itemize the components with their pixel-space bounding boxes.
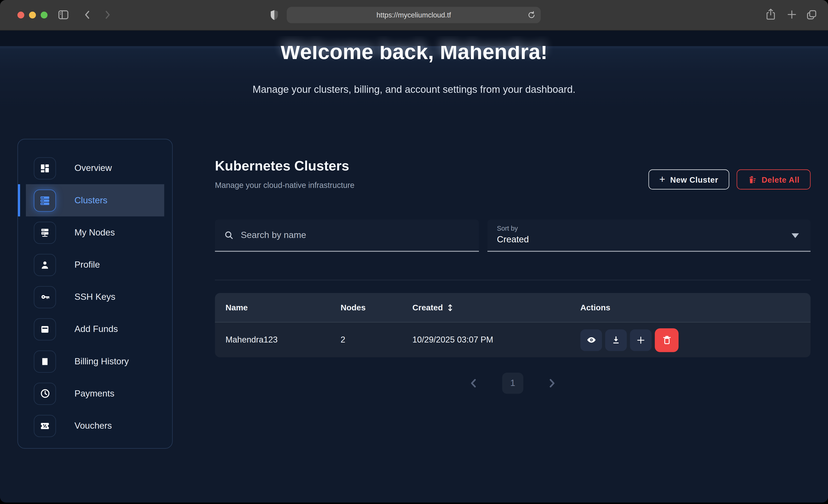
browser-window: https://myceliumcloud.tf <box>0 0 828 503</box>
sort-label: Sort by <box>497 225 811 232</box>
eye-icon <box>586 335 596 345</box>
page-subtitle: Manage your cloud-native infrastructure <box>215 180 355 190</box>
column-header-created[interactable]: Created <box>413 303 580 312</box>
section-divider <box>215 280 811 280</box>
search-input[interactable] <box>240 229 463 241</box>
next-page-button[interactable] <box>546 377 558 390</box>
sidebar-toggle-icon[interactable] <box>57 8 70 21</box>
column-header-actions: Actions <box>580 303 811 312</box>
sidebar-item-label: My Nodes <box>75 227 115 238</box>
table-header-row: Name Nodes Created Actions <box>215 293 811 323</box>
sidebar-item-label: Overview <box>75 163 112 173</box>
sort-value: Created <box>497 234 811 245</box>
url-text: https://myceliumcloud.tf <box>376 11 451 19</box>
download-kubeconfig-button[interactable] <box>605 329 627 351</box>
delete-all-button[interactable]: Delete All <box>737 170 811 190</box>
trash-list-icon <box>748 175 757 184</box>
forward-button[interactable] <box>101 9 113 21</box>
wallet-icon <box>34 318 56 340</box>
clock-icon <box>34 382 56 405</box>
delete-all-label: Delete All <box>761 175 799 184</box>
sidebar-item-label: Billing History <box>75 356 129 367</box>
trash-icon <box>661 335 672 345</box>
ticket-percent-icon <box>34 415 56 437</box>
add-node-button[interactable] <box>630 329 652 351</box>
sidebar-item-label: Payments <box>75 388 115 399</box>
cluster-name-cell: Mahendra123 <box>225 335 341 345</box>
key-icon <box>34 286 56 308</box>
sort-select[interactable]: Sort by Created <box>487 220 811 252</box>
sidebar-item-payments[interactable]: Payments <box>18 377 172 410</box>
sidebar-item-label: Clusters <box>75 195 107 206</box>
active-indicator <box>18 184 20 216</box>
node-server-icon <box>34 221 56 244</box>
new-tab-icon[interactable] <box>786 9 797 20</box>
sidebar-item-label: SSH Keys <box>75 292 115 302</box>
column-header-nodes: Nodes <box>341 303 413 312</box>
welcome-subtitle: Manage your clusters, billing, and accou… <box>0 84 828 95</box>
sidebar-item-my-nodes[interactable]: My Nodes <box>18 216 172 249</box>
person-icon <box>34 254 56 276</box>
clusters-main: Kubernetes Clusters Manage your cloud-na… <box>215 139 811 449</box>
browser-toolbar: https://myceliumcloud.tf <box>0 0 828 31</box>
sidebar-item-vouchers[interactable]: Vouchers <box>18 410 172 442</box>
pagination: 1 <box>215 373 811 394</box>
page-title: Kubernetes Clusters <box>215 158 355 174</box>
search-field[interactable] <box>215 220 479 252</box>
sidebar-item-add-funds[interactable]: Add Funds <box>18 313 172 345</box>
view-cluster-button[interactable] <box>580 329 602 351</box>
receipt-icon <box>34 350 56 373</box>
page-number-button[interactable]: 1 <box>502 373 523 394</box>
row-actions <box>580 328 811 352</box>
search-icon <box>224 230 234 240</box>
sidebar-item-label: Profile <box>75 259 100 270</box>
sidebar-item-overview[interactable]: Overview <box>18 152 172 184</box>
sidebar-item-label: Add Funds <box>75 324 118 334</box>
sidebar-item-billing-history[interactable]: Billing History <box>18 345 172 377</box>
dashboard-grid-icon <box>34 157 56 179</box>
server-stack-icon <box>34 189 56 212</box>
download-icon <box>611 335 621 345</box>
zoom-window-button[interactable] <box>41 12 48 18</box>
privacy-shield-icon[interactable] <box>270 9 279 20</box>
reload-icon[interactable] <box>527 10 536 22</box>
plus-icon <box>636 335 646 345</box>
previous-page-button[interactable] <box>467 377 480 390</box>
sidebar-item-profile[interactable]: Profile <box>18 249 172 281</box>
share-icon[interactable] <box>765 8 776 21</box>
chevron-down-icon <box>791 234 799 238</box>
sort-updown-icon <box>447 303 453 312</box>
sidebar-item-ssh-keys[interactable]: SSH Keys <box>18 281 172 313</box>
hero-section: Welcome back, Mahendra! Welcome back, Ma… <box>0 31 828 95</box>
new-cluster-label: New Cluster <box>670 175 718 184</box>
table-row: Mahendra123 2 10/29/2025 03:07 PM <box>215 323 811 358</box>
dashboard-sidebar: Overview Clusters <box>17 139 173 449</box>
column-header-name: Name <box>225 303 341 312</box>
plus-icon: + <box>659 174 665 185</box>
cluster-nodes-cell: 2 <box>341 335 413 345</box>
new-cluster-button[interactable]: + New Cluster <box>648 170 730 190</box>
sidebar-item-clusters[interactable]: Clusters <box>26 184 164 216</box>
dashboard-page: Welcome back, Mahendra! Welcome back, Ma… <box>0 31 828 502</box>
address-bar[interactable]: https://myceliumcloud.tf <box>287 7 541 23</box>
delete-cluster-button[interactable] <box>655 328 678 352</box>
sidebar-item-label: Vouchers <box>75 420 112 431</box>
clusters-table: Name Nodes Created Actions <box>215 293 811 357</box>
back-button[interactable] <box>82 9 93 21</box>
tab-overview-icon[interactable] <box>806 9 818 21</box>
close-window-button[interactable] <box>17 12 24 18</box>
cluster-created-cell: 10/29/2025 03:07 PM <box>413 335 580 345</box>
minimize-window-button[interactable] <box>29 12 36 18</box>
